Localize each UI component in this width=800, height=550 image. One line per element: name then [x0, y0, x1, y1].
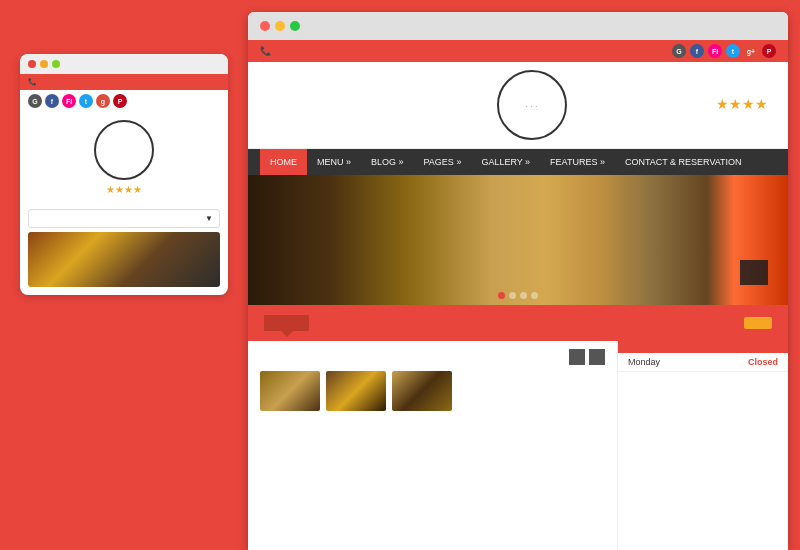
food-thumb-1	[260, 371, 320, 411]
site-topbar-right: G f Fl t g+ P	[672, 44, 776, 58]
hours-day-monday: Monday	[628, 357, 660, 367]
site-flickr-icon[interactable]: Fl	[708, 44, 722, 58]
site-googleplus-icon[interactable]: g+	[744, 44, 758, 58]
mobile-card-titlebar	[20, 54, 228, 74]
site-logo-sub: · · ·	[526, 103, 538, 109]
site-facebook-icon[interactable]: f	[690, 44, 704, 58]
chef-section	[248, 341, 618, 550]
pinterest-icon[interactable]: P	[113, 94, 127, 108]
nav-item-blog[interactable]: BLOG »	[361, 149, 414, 175]
nav-pages-label: PAGES »	[424, 157, 462, 167]
slider-dots	[498, 292, 538, 299]
nav-item-home[interactable]: HOME	[260, 149, 307, 175]
mobile-food-image	[28, 232, 220, 287]
hours-status-monday: Closed	[748, 357, 778, 367]
food-thumb-2	[326, 371, 386, 411]
site-topbar: 📞 G f Fl t g+ P	[248, 40, 788, 62]
mobile-social-bar: G f Fl t g P	[20, 90, 228, 112]
dot-yellow	[40, 60, 48, 68]
opening-hours-title	[618, 341, 788, 353]
slider-dot-2[interactable]	[509, 292, 516, 299]
hero-overlay-box	[740, 260, 768, 285]
nav-item-gallery[interactable]: GALLERY »	[471, 149, 540, 175]
dot-red	[28, 60, 36, 68]
site-globe-icon[interactable]: G	[672, 44, 686, 58]
site-logo: · · ·	[497, 70, 567, 140]
chef-prev-button[interactable]	[569, 349, 585, 365]
mobile-logo-circle	[94, 120, 154, 180]
browser-content: 📞 G f Fl t g+ P · · · ★★★★	[248, 40, 788, 550]
hero-slider	[248, 175, 788, 305]
nav-home-label: HOME	[270, 157, 297, 167]
slider-dot-3[interactable]	[520, 292, 527, 299]
slider-dot-1[interactable]	[498, 292, 505, 299]
phone-small-icon: 📞	[260, 46, 271, 56]
site-header: · · · ★★★★	[248, 62, 788, 149]
offer-read-more-button[interactable]	[744, 317, 772, 329]
mobile-logo-area: ★★★★	[20, 112, 228, 205]
nav-features-label: FEATURES »	[550, 157, 605, 167]
header-stars: ★★★★	[716, 96, 768, 112]
mobile-nav-dropdown[interactable]: ▼	[28, 209, 220, 228]
food-thumb-3	[392, 371, 452, 411]
nav-item-features[interactable]: FEATURES »	[540, 149, 615, 175]
left-panel: 📞 G f Fl t g P ★★★★ ▼	[0, 0, 248, 550]
mobile-preview-card: 📞 G f Fl t g P ★★★★ ▼	[20, 54, 228, 295]
site-nav: HOME MENU » BLOG » PAGES » GALLERY » FEA…	[248, 149, 788, 175]
twitter-icon[interactable]: t	[79, 94, 93, 108]
browser-titlebar	[248, 12, 788, 40]
hero-background	[248, 175, 788, 305]
nav-contact-label: CONTACT & RESERVATION	[625, 157, 742, 167]
chef-section-header	[260, 349, 605, 365]
nav-gallery-label: GALLERY »	[481, 157, 530, 167]
nav-blog-label: BLOG »	[371, 157, 404, 167]
site-topbar-left: 📞	[260, 46, 275, 56]
slider-dot-4[interactable]	[531, 292, 538, 299]
nav-item-contact[interactable]: CONTACT & RESERVATION	[615, 149, 752, 175]
special-offer-banner	[248, 305, 788, 341]
mobile-topbar: 📞	[20, 74, 228, 90]
site-pinterest-icon[interactable]: P	[762, 44, 776, 58]
mobile-stars: ★★★★	[106, 184, 142, 195]
nav-item-menu[interactable]: MENU »	[307, 149, 361, 175]
browser-dot-green[interactable]	[290, 21, 300, 31]
browser-dot-red[interactable]	[260, 21, 270, 31]
facebook-icon[interactable]: f	[45, 94, 59, 108]
food-thumbnails	[260, 371, 605, 411]
nav-item-pages[interactable]: PAGES »	[414, 149, 472, 175]
header-stars-block: ★★★★	[716, 96, 768, 114]
offer-tag	[264, 315, 309, 331]
bottom-section: Monday Closed	[248, 341, 788, 550]
flickr-icon[interactable]: Fl	[62, 94, 76, 108]
chef-section-nav	[569, 349, 605, 365]
nav-menu-label: MENU »	[317, 157, 351, 167]
globe-icon[interactable]: G	[28, 94, 42, 108]
site-twitter-icon[interactable]: t	[726, 44, 740, 58]
browser-dot-yellow[interactable]	[275, 21, 285, 31]
offer-content	[321, 321, 732, 325]
hours-row-monday: Monday Closed	[618, 353, 788, 372]
dot-green	[52, 60, 60, 68]
phone-icon: 📞	[28, 78, 37, 86]
chevron-down-icon: ▼	[205, 214, 213, 223]
mobile-food-overlay	[28, 232, 220, 287]
chef-next-button[interactable]	[589, 349, 605, 365]
googleplus-icon[interactable]: g	[96, 94, 110, 108]
opening-hours-section: Monday Closed	[618, 341, 788, 550]
browser-window: 📞 G f Fl t g+ P · · · ★★★★	[248, 12, 788, 550]
